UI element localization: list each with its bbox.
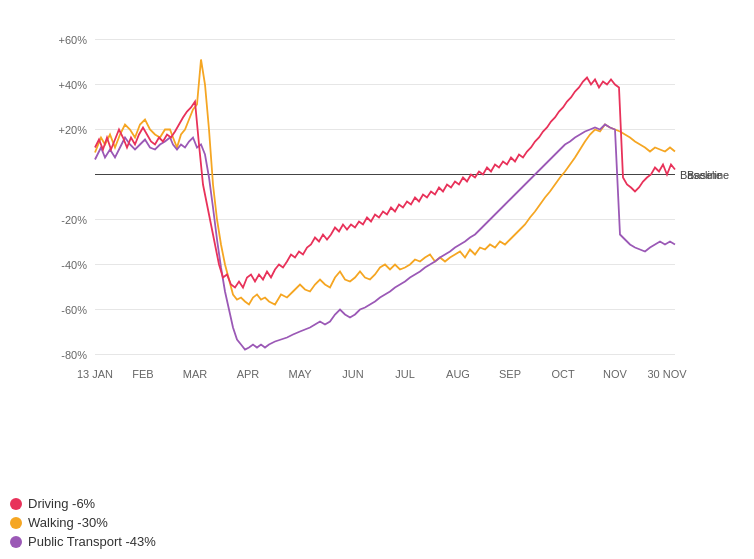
y-label-neg20: -20% — [61, 214, 87, 226]
y-label-neg40: -40% — [61, 259, 87, 271]
x-label-11: 30 NOV — [647, 368, 687, 380]
y-label-neg60: -60% — [61, 304, 87, 316]
x-label-8: SEP — [499, 368, 521, 380]
y-label-neg80: -80% — [61, 349, 87, 361]
public-transport-legend-dot — [10, 536, 22, 548]
chart-legend: Driving -6% Walking -30% Public Transpor… — [10, 496, 156, 549]
driving-legend-dot — [10, 498, 22, 510]
chart-area: +60% +40% +20% Baseline -20% -40% -60% -… — [55, 10, 694, 459]
x-label-10: NOV — [603, 368, 628, 380]
x-label-2: MAR — [183, 368, 208, 380]
x-label-9: OCT — [551, 368, 575, 380]
legend-item-walking: Walking -30% — [10, 515, 156, 530]
x-label-0: 13 JAN — [77, 368, 113, 380]
driving-legend-label: Driving -6% — [28, 496, 95, 511]
walking-legend-dot — [10, 517, 22, 529]
x-label-5: JUN — [342, 368, 363, 380]
x-label-4: MAY — [288, 368, 312, 380]
chart-container: +60% +40% +20% Baseline -20% -40% -60% -… — [0, 0, 754, 559]
x-label-3: APR — [237, 368, 260, 380]
baseline-text-label: Baseline — [680, 169, 722, 181]
public-transport-line — [95, 125, 675, 350]
driving-line — [95, 78, 675, 288]
x-label-6: JUL — [395, 368, 415, 380]
chart-svg: +60% +40% +20% Baseline -20% -40% -60% -… — [55, 10, 694, 459]
walking-line — [95, 60, 675, 305]
x-label-7: AUG — [446, 368, 470, 380]
public-transport-legend-label: Public Transport -43% — [28, 534, 156, 549]
y-label-20: +20% — [59, 124, 88, 136]
x-label-1: FEB — [132, 368, 153, 380]
legend-item-driving: Driving -6% — [10, 496, 156, 511]
walking-legend-label: Walking -30% — [28, 515, 108, 530]
y-label-40: +40% — [59, 79, 88, 91]
y-label-60: +60% — [59, 34, 88, 46]
legend-item-public-transport: Public Transport -43% — [10, 534, 156, 549]
